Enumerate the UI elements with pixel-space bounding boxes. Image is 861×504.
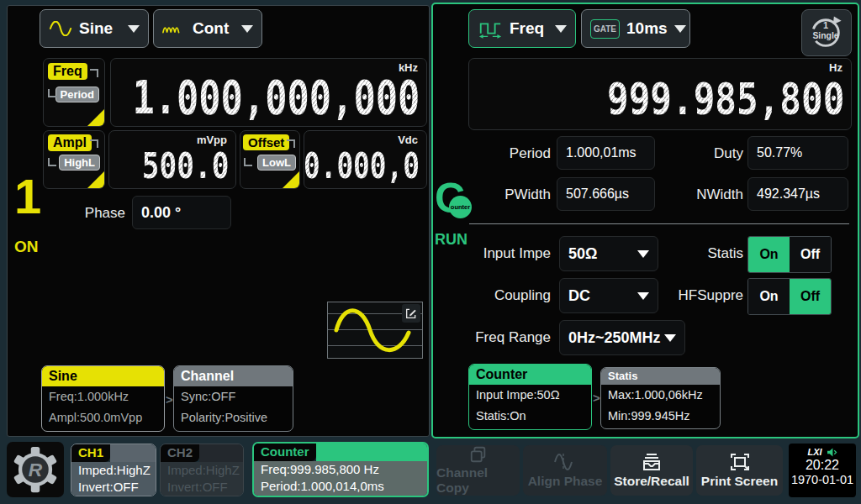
counter-reading-value: 999.985,800: [607, 74, 844, 124]
offset-lowl-selector[interactable]: Offset LowL: [240, 130, 300, 189]
tab-sine-line1: Freq:1.000kHz: [42, 386, 164, 407]
edit-waveform-button[interactable]: [402, 304, 420, 323]
header-strip: [316, 444, 428, 461]
counter-reading-display: Hz 999.985,800: [468, 58, 852, 130]
sine-icon: [49, 21, 72, 36]
tab-separator: >: [593, 391, 600, 405]
knob-corner-icon: [283, 171, 299, 188]
lowl-alt-label: LowL: [257, 155, 296, 171]
mode-select[interactable]: Cont: [153, 9, 262, 48]
copy-icon: [467, 445, 489, 464]
amplitude-display[interactable]: mVpp 500.0: [108, 130, 236, 189]
channel-copy-button[interactable]: Channel Copy: [436, 445, 520, 496]
counter-tile-title: Counter: [254, 444, 316, 461]
ch2-title: CH2: [161, 444, 199, 462]
ch1-status-tile[interactable]: CH1 Imped:HighZ Invert:OFF: [71, 444, 156, 496]
waveform-select-value: Sine: [79, 19, 113, 38]
print-screen-button[interactable]: Print Screen: [696, 445, 783, 496]
phase-input[interactable]: 0.00 °: [132, 196, 231, 229]
statistics-label: Statis: [643, 236, 743, 271]
ch1-title: CH1: [71, 444, 110, 462]
corner-mark: [48, 158, 56, 166]
instrument-screen: 1 ON Sine Cont Freq Period kHz: [0, 0, 861, 504]
gate-time-value: 10ms: [626, 19, 668, 38]
corner-mark: [48, 89, 56, 97]
align-phase-button[interactable]: Align Phase: [523, 445, 607, 496]
screenshot-frame-icon: [729, 452, 751, 472]
single-count: 1: [823, 20, 828, 30]
chevron-down-icon: [664, 334, 676, 342]
ch2-line2: Invert:OFF: [161, 479, 243, 496]
lxi-badge: LXI: [807, 447, 821, 457]
frequency-value: 1.000,000,000: [132, 70, 420, 124]
tab-channel[interactable]: Channel Sync:OFF Polarity:Positive: [173, 365, 293, 432]
tab-counter-title: Counter: [469, 365, 591, 385]
counter-panel: C ounter RUN Freq GATE 10ms 1: [431, 3, 859, 438]
tab-counter-line2: Statis:On: [469, 406, 591, 427]
gate-time-select[interactable]: GATE 10ms: [581, 9, 690, 48]
tab-channel-line1: Sync:OFF: [174, 386, 293, 407]
offset-unit: Vdc: [398, 134, 418, 146]
tab-statis[interactable]: Statis Max:1.000,06kHz Min:999.945Hz: [600, 367, 721, 429]
waveform-select[interactable]: Sine: [40, 9, 149, 48]
counter-tile-line2: Period:1.000,014,0ms: [254, 478, 427, 495]
beeper-speaker-icon: [827, 448, 837, 457]
offset-label: Offset: [243, 134, 289, 150]
frequency-display[interactable]: kHz 1.000,000,000: [110, 58, 427, 127]
ampl-label: Ampl: [48, 134, 92, 151]
chevron-down-icon: [128, 25, 140, 33]
ch2-status-tile[interactable]: CH2 Imped:HighZ Invert:OFF: [160, 444, 244, 496]
freq-range-value: 0Hz~250MHz: [568, 329, 661, 347]
period-alt-label: Period: [55, 87, 99, 102]
system-menu-button[interactable]: R: [7, 442, 64, 497]
channel-state-badge: ON: [14, 238, 39, 256]
tab-sine[interactable]: Sine Freq:1.000kHz Ampl:500.0mVpp: [41, 365, 165, 432]
highl-alt-label: HighL: [59, 155, 100, 171]
pwidth-value: 507.666µs: [557, 177, 655, 211]
freq-label: Freq: [48, 63, 87, 80]
hf-suppress-off-option[interactable]: Off: [790, 279, 831, 314]
statistics-on-option[interactable]: On: [748, 237, 790, 272]
hf-suppress-toggle: On Off: [747, 278, 832, 315]
gear-logo-icon: R: [12, 446, 59, 493]
counter-status-tile[interactable]: Counter Freq:999.985,800 Hz Period:1.000…: [252, 442, 429, 497]
continuous-wave-icon: [162, 21, 186, 36]
freq-period-selector[interactable]: Freq Period: [43, 58, 105, 127]
freq-range-select[interactable]: 0Hz~250MHz: [559, 320, 685, 355]
amplitude-value: 500.0: [141, 145, 229, 186]
tab-sine-line2: Ampl:500.0mVpp: [42, 407, 164, 428]
offset-value: 0.000,0: [304, 145, 420, 186]
nwidth-value: 492.347µs: [747, 177, 848, 211]
freq-range-label: Freq Range: [450, 320, 551, 355]
offset-display[interactable]: Vdc 0.000,0: [304, 130, 427, 189]
mode-select-value: Cont: [193, 19, 229, 38]
coupling-label: Coupling: [450, 278, 551, 313]
store-recall-button[interactable]: Store/Recall: [610, 445, 693, 496]
tab-counter[interactable]: Counter Input Impe:50Ω Statis:On: [468, 364, 592, 430]
counter-reading-unit: Hz: [829, 61, 843, 74]
corner-mark: [90, 69, 98, 77]
corner-mark: [90, 139, 98, 148]
counter-measure-select[interactable]: Freq: [468, 9, 576, 48]
statistics-toggle: On Off: [747, 236, 832, 273]
period-value: 1.000,01ms: [557, 136, 655, 170]
store-recall-label: Store/Recall: [614, 474, 689, 489]
knob-corner-icon: [87, 171, 104, 188]
counter-measure-value: Freq: [510, 19, 544, 38]
corner-mark: [287, 139, 295, 148]
input-impedance-value: 50Ω: [568, 245, 597, 263]
tab-statis-line1: Max:1.000,06kHz: [601, 385, 720, 406]
pencil-edit-icon: [404, 307, 418, 320]
waveform-preview: [327, 302, 423, 359]
single-trigger-button[interactable]: 1 Single: [801, 9, 852, 56]
statistics-off-option[interactable]: Off: [790, 237, 831, 272]
nwidth-label: NWidth: [643, 177, 743, 213]
phase-label: Phase: [46, 196, 125, 231]
channel-copy-label: Channel Copy: [436, 465, 520, 496]
amplitude-unit: mVpp: [197, 134, 227, 146]
ampl-highl-selector[interactable]: Ampl HighL: [43, 130, 105, 189]
hf-suppress-on-option[interactable]: On: [748, 279, 790, 314]
channel-number: 1: [14, 172, 41, 221]
coupling-value: DC: [568, 287, 590, 305]
tab-channel-title: Channel: [174, 366, 293, 386]
